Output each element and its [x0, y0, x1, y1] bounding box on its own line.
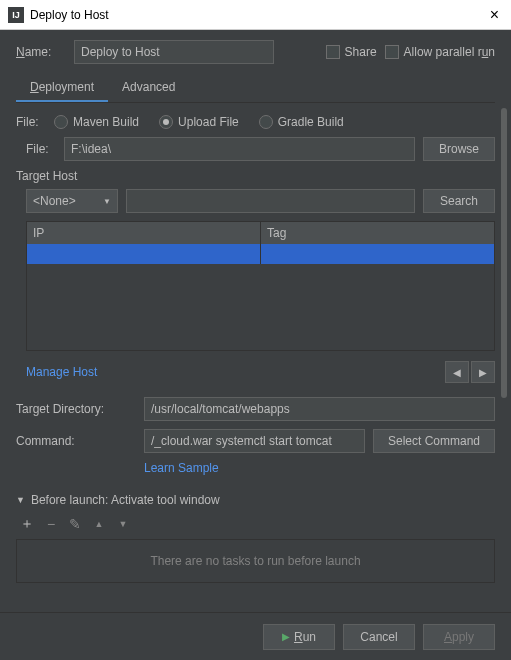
radio-icon [159, 115, 173, 129]
host-table: IP Tag [26, 221, 495, 351]
file-row: File: Browse [16, 137, 495, 161]
radio-gradle-label: Gradle Build [278, 115, 344, 129]
title-bar: IJ Deploy to Host × [0, 0, 511, 30]
command-input[interactable] [144, 429, 365, 453]
tabs: Deployment Advanced [16, 74, 495, 103]
target-dir-label: Target Directory: [16, 402, 136, 416]
target-dir-row: Target Directory: [16, 397, 495, 421]
before-launch-expander[interactable]: ▼ Before launch: Activate tool window [16, 493, 495, 507]
radio-upload-file[interactable]: Upload File [159, 115, 239, 129]
before-launch-toolbar: ＋ − ✎ ▲ ▼ [20, 515, 495, 533]
select-command-button[interactable]: Select Command [373, 429, 495, 453]
search-button[interactable]: Search [423, 189, 495, 213]
file-input[interactable] [64, 137, 415, 161]
file-label: File: [26, 142, 56, 156]
radio-upload-label: Upload File [178, 115, 239, 129]
tab-advanced[interactable]: Advanced [108, 74, 189, 102]
checkbox-icon [326, 45, 340, 59]
manage-host-link[interactable]: Manage Host [26, 365, 97, 379]
table-header: IP Tag [27, 222, 494, 244]
share-label: Share [345, 45, 377, 59]
empty-message: There are no tasks to run before launch [150, 554, 360, 568]
triangle-down-icon: ▼ [16, 495, 25, 505]
before-launch-title: Before launch: Activate tool window [31, 493, 220, 507]
radio-gradle-build[interactable]: Gradle Build [259, 115, 344, 129]
triangle-left-icon: ◀ [453, 367, 461, 378]
dialog-content: Name: Share Allow parallel run Deploymen… [0, 30, 511, 612]
radio-maven-label: Maven Build [73, 115, 139, 129]
command-label: Command: [16, 434, 136, 448]
browse-button[interactable]: Browse [423, 137, 495, 161]
close-icon[interactable]: × [486, 6, 503, 24]
nav-prev-button[interactable]: ◀ [445, 361, 469, 383]
remove-icon[interactable]: − [44, 516, 58, 532]
column-tag[interactable]: Tag [261, 222, 494, 244]
host-search-row: <None> ▼ Search [16, 189, 495, 213]
host-dropdown-value: <None> [33, 194, 76, 208]
column-ip[interactable]: IP [27, 222, 261, 244]
name-input[interactable] [74, 40, 274, 64]
cell-tag [261, 244, 494, 264]
command-row: Command: Select Command [16, 429, 495, 453]
name-label: Name: [16, 45, 66, 59]
apply-button[interactable]: Apply [423, 624, 495, 650]
learn-sample-row: Learn Sample [16, 461, 495, 475]
manage-host-row: Manage Host ◀ ▶ [16, 361, 495, 383]
app-icon: IJ [8, 7, 24, 23]
file-source-row: File: Maven Build Upload File Gradle Bui… [16, 115, 495, 129]
tab-deployment[interactable]: Deployment [16, 74, 108, 102]
radio-icon [54, 115, 68, 129]
chevron-down-icon: ▼ [103, 197, 111, 206]
run-label: Run [294, 630, 316, 644]
allow-parallel-label: Allow parallel run [404, 45, 495, 59]
window-title: Deploy to Host [30, 8, 486, 22]
triangle-right-icon: ▶ [479, 367, 487, 378]
cancel-button[interactable]: Cancel [343, 624, 415, 650]
edit-icon[interactable]: ✎ [68, 516, 82, 532]
checkbox-icon [385, 45, 399, 59]
cell-ip [27, 244, 261, 264]
dialog-footer: ▶ Run Cancel Apply [0, 612, 511, 660]
table-row[interactable] [27, 244, 494, 264]
before-launch-empty: There are no tasks to run before launch [16, 539, 495, 583]
host-search-input[interactable] [126, 189, 415, 213]
host-dropdown[interactable]: <None> ▼ [26, 189, 118, 213]
file-source-label: File: [16, 115, 46, 129]
scrollbar[interactable] [501, 108, 507, 398]
up-icon[interactable]: ▲ [92, 519, 106, 529]
run-button[interactable]: ▶ Run [263, 624, 335, 650]
radio-maven-build[interactable]: Maven Build [54, 115, 139, 129]
down-icon[interactable]: ▼ [116, 519, 130, 529]
before-launch-section: ▼ Before launch: Activate tool window ＋ … [16, 493, 495, 583]
allow-parallel-checkbox[interactable]: Allow parallel run [385, 45, 495, 59]
learn-sample-link[interactable]: Learn Sample [144, 461, 219, 475]
target-dir-input[interactable] [144, 397, 495, 421]
share-checkbox[interactable]: Share [326, 45, 377, 59]
nav-next-button[interactable]: ▶ [471, 361, 495, 383]
target-host-label: Target Host [16, 169, 495, 183]
name-row: Name: Share Allow parallel run [16, 40, 495, 64]
nav-buttons: ◀ ▶ [445, 361, 495, 383]
add-icon[interactable]: ＋ [20, 515, 34, 533]
radio-icon [259, 115, 273, 129]
play-icon: ▶ [282, 631, 290, 642]
